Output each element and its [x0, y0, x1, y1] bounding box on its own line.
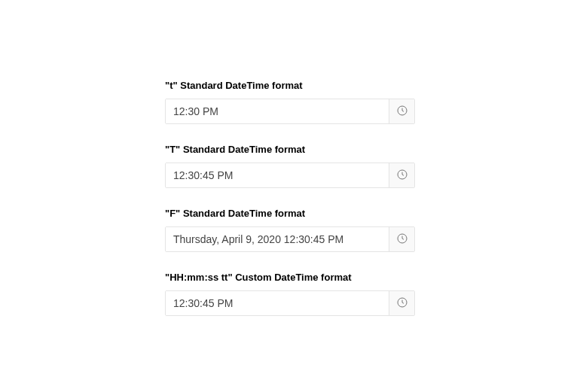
- field-group-t: "t" Standard DateTime format: [165, 80, 415, 124]
- datetime-format-demo: "t" Standard DateTime format "T" Standar…: [165, 80, 415, 336]
- time-input[interactable]: [166, 227, 389, 251]
- clock-icon: [396, 169, 408, 183]
- timepicker-T: [165, 163, 415, 188]
- field-group-custom: "HH:mm:ss tt" Custom DateTime format: [165, 272, 415, 316]
- time-input[interactable]: [166, 99, 389, 123]
- field-group-F: "F" Standard DateTime format: [165, 208, 415, 252]
- field-label: "HH:mm:ss tt" Custom DateTime format: [165, 272, 415, 283]
- time-picker-button[interactable]: [389, 291, 414, 315]
- time-input[interactable]: [166, 291, 389, 315]
- timepicker-t: [165, 99, 415, 124]
- clock-icon: [396, 232, 408, 247]
- time-picker-button[interactable]: [389, 227, 414, 251]
- time-picker-button[interactable]: [389, 99, 414, 123]
- time-input[interactable]: [166, 163, 389, 187]
- clock-icon: [396, 296, 408, 311]
- time-picker-button[interactable]: [389, 163, 414, 187]
- timepicker-F: [165, 226, 415, 252]
- field-label: "t" Standard DateTime format: [165, 80, 415, 91]
- field-label: "F" Standard DateTime format: [165, 208, 415, 219]
- clock-icon: [396, 105, 408, 119]
- timepicker-custom: [165, 290, 415, 316]
- field-label: "T" Standard DateTime format: [165, 144, 415, 155]
- field-group-T: "T" Standard DateTime format: [165, 144, 415, 188]
